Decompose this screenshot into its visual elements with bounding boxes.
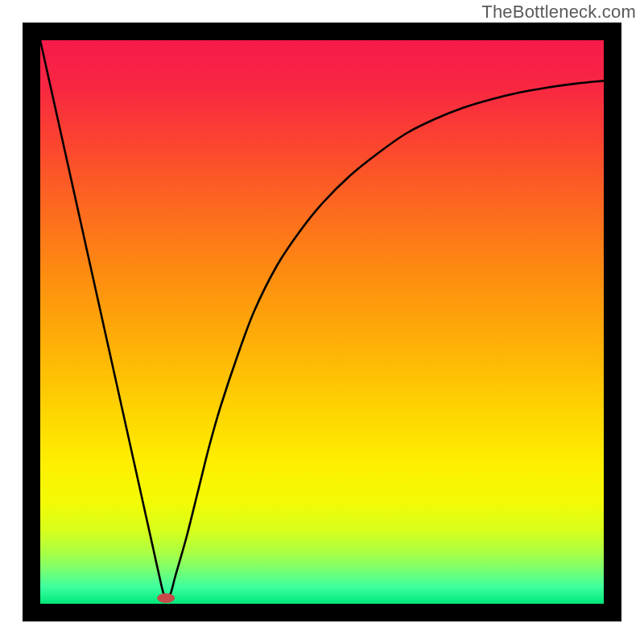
plot-border (23, 23, 621, 621)
watermark-text: TheBottleneck.com (481, 2, 636, 23)
gradient-background (40, 40, 604, 604)
optimum-marker (157, 593, 175, 603)
chart-frame: TheBottleneck.com (0, 0, 644, 644)
bottleneck-plot (23, 23, 621, 621)
